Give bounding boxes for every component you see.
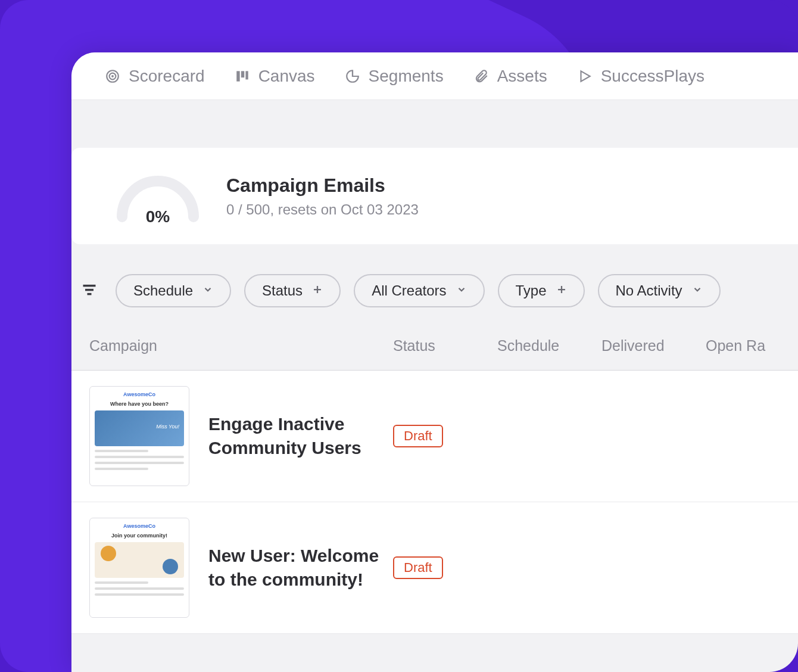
nav-assets[interactable]: Assets [473,67,547,86]
nav-label: Canvas [258,67,315,86]
thumb-line [95,468,148,470]
table-row[interactable]: AwesomeCo Join your community! New User:… [71,502,798,634]
nav-segments[interactable]: Segments [345,67,444,86]
filter-status[interactable]: Status [244,274,341,307]
top-nav: Scorecard Canvas Segments Assets Success… [71,52,798,100]
campaign-thumbnail: AwesomeCo Where have you been? [89,386,189,486]
nav-label: SuccessPlays [601,67,705,86]
svg-rect-8 [88,293,92,295]
thumb-headline: Where have you been? [95,401,184,407]
summary-title: Campaign Emails [226,175,419,197]
col-header-schedule[interactable]: Schedule [497,337,601,354]
col-header-delivered[interactable]: Delivered [601,337,706,354]
filter-label: All Creators [372,282,446,299]
thumb-line [95,462,184,464]
thumb-brand: AwesomeCo [95,523,184,529]
filter-schedule[interactable]: Schedule [116,274,231,307]
status-badge: Draft [393,556,443,579]
nav-scorecard[interactable]: Scorecard [105,67,205,86]
svg-rect-5 [245,71,248,79]
thumb-line [95,450,148,452]
thumb-hero [95,542,184,578]
app-window: Scorecard Canvas Segments Assets Success… [71,52,798,672]
pie-icon [345,69,360,84]
gauge-percent: 0% [146,207,170,226]
campaign-title: New User: Welcome to the community! [208,544,387,592]
campaign-thumbnail: AwesomeCo Join your community! [89,518,189,618]
nav-successplays[interactable]: SuccessPlays [577,67,705,86]
target-icon [105,69,120,84]
chevron-down-icon [456,284,467,298]
thumb-brand: AwesomeCo [95,391,184,397]
summary-subtitle: 0 / 500, resets on Oct 03 2023 [226,201,419,218]
nav-label: Scorecard [129,67,205,86]
campaign-title: Engage Inactive Community Users [208,412,387,461]
filter-label: Type [516,282,547,299]
thumb-line [95,593,184,596]
col-header-open-rate[interactable]: Open Ra [706,337,798,354]
svg-rect-7 [85,289,93,291]
thumb-headline: Join your community! [95,533,184,539]
col-header-campaign[interactable]: Campaign [89,337,393,354]
filter-icon[interactable] [76,281,102,300]
filter-label: Status [262,282,303,299]
svg-point-2 [111,75,114,77]
chevron-down-icon [692,284,703,298]
svg-rect-4 [241,71,244,77]
plus-icon [556,284,567,298]
play-icon [577,69,593,84]
filter-creators[interactable]: All Creators [354,274,484,307]
background: Scorecard Canvas Segments Assets Success… [0,0,798,672]
plus-icon [312,284,323,298]
col-header-status[interactable]: Status [393,337,497,354]
nav-label: Assets [497,67,547,86]
usage-gauge: 0% [113,169,202,223]
filter-label: Schedule [133,282,193,299]
board-icon [235,69,250,84]
svg-rect-3 [236,71,239,81]
filters-bar: Schedule Status All Creators Type [71,244,798,337]
thumb-hero [95,410,184,446]
table-header: Campaign Status Schedule Delivered Open … [71,337,798,371]
svg-rect-6 [83,285,96,287]
filter-type[interactable]: Type [498,274,585,307]
summary-text: Campaign Emails 0 / 500, resets on Oct 0… [226,175,419,218]
summary-card: 0% Campaign Emails 0 / 500, resets on Oc… [71,148,798,244]
paperclip-icon [473,69,489,84]
thumb-line [95,587,184,590]
thumb-line [95,581,148,584]
filter-label: No Activity [616,282,682,299]
status-badge: Draft [393,425,443,447]
table-row[interactable]: AwesomeCo Where have you been? Engage In… [71,371,798,502]
nav-canvas[interactable]: Canvas [235,67,315,86]
filter-activity[interactable]: No Activity [598,274,721,307]
chevron-down-icon [202,284,213,298]
thumb-line [95,456,184,458]
nav-label: Segments [369,67,444,86]
